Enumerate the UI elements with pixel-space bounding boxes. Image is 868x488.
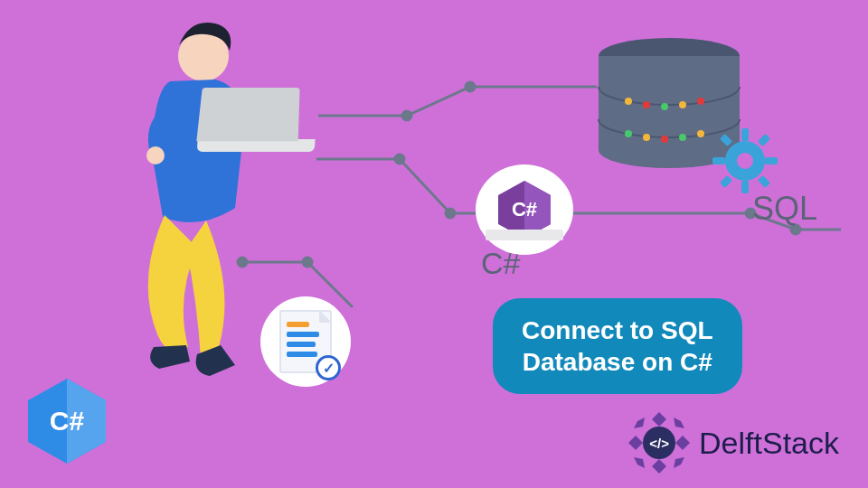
svg-point-10 [238, 258, 247, 267]
checkmark-icon: ✓ [316, 355, 341, 380]
cta-line1: Connect to SQL [522, 314, 713, 346]
brand-name: DelftStack [699, 426, 839, 461]
brand-mark-icon: </> [627, 410, 692, 475]
svg-marker-37 [652, 412, 666, 427]
svg-marker-41 [674, 418, 684, 428]
svg-point-16 [679, 101, 686, 108]
csharp-logo-large-label: C# [25, 376, 108, 466]
svg-point-5 [466, 82, 475, 91]
svg-point-7 [446, 209, 455, 218]
svg-marker-42 [634, 418, 645, 428]
svg-rect-30 [720, 175, 732, 188]
svg-point-18 [625, 130, 632, 137]
svg-point-13 [625, 98, 632, 105]
svg-point-22 [697, 130, 704, 137]
svg-point-32 [737, 153, 753, 169]
svg-marker-39 [628, 436, 643, 450]
svg-marker-40 [675, 436, 690, 450]
svg-rect-28 [720, 134, 732, 146]
svg-point-21 [679, 134, 686, 141]
svg-marker-44 [634, 457, 645, 468]
svg-point-4 [402, 111, 411, 120]
svg-rect-26 [712, 157, 725, 164]
cta-line2: Database on C# [522, 346, 713, 378]
cta-pill: Connect to SQL Database on C# [493, 298, 742, 394]
svg-marker-43 [674, 457, 684, 468]
csharp-logo-large: C# [25, 376, 108, 466]
csharp-hex-label: C# [512, 198, 537, 221]
brand-logo: </> DelftStack [627, 410, 839, 475]
svg-rect-24 [741, 128, 749, 141]
sql-label: SQL [752, 190, 817, 228]
svg-rect-31 [758, 175, 770, 188]
svg-point-17 [697, 98, 704, 105]
svg-rect-29 [758, 134, 770, 146]
csharp-label: C# [481, 246, 520, 281]
document-icon: ✓ [260, 296, 351, 387]
svg-point-15 [661, 103, 668, 110]
gear-icon [712, 128, 778, 193]
csharp-hex-icon: C# [479, 168, 570, 251]
svg-point-11 [303, 258, 312, 267]
svg-marker-38 [652, 459, 666, 474]
svg-point-14 [643, 101, 650, 108]
svg-point-6 [395, 155, 404, 164]
svg-point-19 [643, 134, 650, 141]
svg-rect-25 [741, 181, 749, 193]
brand-mark-glyph: </> [649, 436, 669, 451]
svg-point-20 [661, 136, 668, 143]
svg-rect-27 [765, 157, 778, 164]
